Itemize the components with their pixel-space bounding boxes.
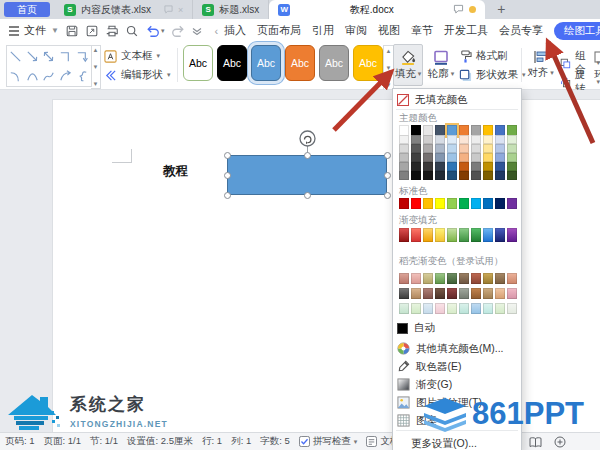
- docer-gradient-swatch[interactable]: [471, 303, 481, 314]
- edit-shape-button[interactable]: 编辑形状▾: [104, 68, 171, 82]
- docer-gradient-swatch[interactable]: [411, 288, 421, 299]
- gradient-swatch[interactable]: [411, 228, 421, 242]
- theme-variant-swatch[interactable]: [411, 171, 421, 180]
- docer-gradient-swatch[interactable]: [435, 273, 445, 284]
- theme-variant-swatch[interactable]: [435, 171, 445, 180]
- theme-variant-swatch[interactable]: [399, 171, 409, 180]
- scroll-left-icon[interactable]: ‹: [214, 25, 218, 37]
- document-tab[interactable]: S标题.xlsx: [193, 0, 269, 19]
- rotation-handle-icon[interactable]: [299, 130, 316, 147]
- theme-variant-swatch[interactable]: [447, 171, 457, 180]
- theme-variant-swatch[interactable]: [411, 135, 421, 144]
- fill-menu-item-2[interactable]: 取色器(E): [397, 359, 462, 375]
- undo-button[interactable]: ▾: [145, 22, 165, 40]
- standard-color-swatch[interactable]: [507, 198, 517, 209]
- selection-handle[interactable]: [384, 152, 391, 159]
- fill-menu-item-1[interactable]: 其他填充颜色(M)...: [397, 341, 504, 357]
- theme-variant-swatch[interactable]: [483, 135, 493, 144]
- docer-gradient-swatch[interactable]: [447, 303, 457, 314]
- drawing-tools-tab[interactable]: 绘图工具: [554, 22, 600, 40]
- theme-variant-swatch[interactable]: [459, 135, 469, 144]
- menu-item-2[interactable]: 引用: [312, 23, 334, 38]
- theme-variant-swatch[interactable]: [507, 162, 517, 171]
- docer-gradient-swatch[interactable]: [399, 303, 409, 314]
- docer-gradient-swatch[interactable]: [423, 273, 433, 284]
- theme-variant-swatch[interactable]: [471, 171, 481, 180]
- fill-button[interactable]: 填充▾: [393, 44, 423, 86]
- redo-button[interactable]: [170, 22, 186, 40]
- shape-double-arrow-line[interactable]: [41, 46, 58, 66]
- theme-variant-swatch[interactable]: [423, 171, 433, 180]
- shape-elbow-arrow-connector[interactable]: [74, 46, 91, 66]
- docer-gradient-swatch[interactable]: [399, 288, 409, 299]
- shape-style-5[interactable]: Abc: [319, 45, 349, 81]
- docer-gradient-swatch[interactable]: [423, 303, 433, 314]
- docer-gradient-swatch[interactable]: [459, 303, 469, 314]
- theme-variant-swatch[interactable]: [459, 171, 469, 180]
- theme-variant-swatch[interactable]: [435, 135, 445, 144]
- standard-color-swatch[interactable]: [423, 198, 433, 209]
- menu-item-7[interactable]: 会员专享: [499, 23, 543, 38]
- docer-gradient-swatch[interactable]: [495, 273, 505, 284]
- theme-variant-swatch[interactable]: [423, 162, 433, 171]
- shape-style-6[interactable]: Abc: [353, 45, 383, 81]
- theme-variant-swatch[interactable]: [411, 153, 421, 162]
- theme-variant-swatch[interactable]: [399, 162, 409, 171]
- gallery-down-icon[interactable]: ▼: [93, 64, 99, 70]
- theme-variant-swatch[interactable]: [447, 153, 457, 162]
- docer-gradient-swatch[interactable]: [435, 288, 445, 299]
- selection-handle[interactable]: [304, 152, 311, 159]
- theme-variant-swatch[interactable]: [399, 153, 409, 162]
- toolbar-cut-icon[interactable]: [594, 49, 600, 67]
- theme-variant-swatch[interactable]: [471, 144, 481, 153]
- docer-gradient-swatch[interactable]: [495, 303, 505, 314]
- gradient-swatch[interactable]: [507, 228, 517, 242]
- theme-variant-swatch[interactable]: [447, 162, 457, 171]
- format-painter-button[interactable]: 格式刷: [459, 49, 508, 63]
- theme-variant-swatch[interactable]: [423, 144, 433, 153]
- theme-variant-swatch[interactable]: [507, 153, 517, 162]
- docer-gradient-swatch[interactable]: [447, 273, 457, 284]
- standard-color-swatch[interactable]: [471, 198, 481, 209]
- theme-variant-swatch[interactable]: [459, 144, 469, 153]
- theme-variant-swatch[interactable]: [495, 162, 505, 171]
- docer-gradient-swatch[interactable]: [423, 288, 433, 299]
- no-fill-option[interactable]: 无填充颜色: [397, 92, 468, 108]
- standard-color-swatch[interactable]: [483, 198, 493, 209]
- more-settings-option[interactable]: 更多设置(O)...: [411, 436, 477, 450]
- selection-handle[interactable]: [384, 172, 391, 179]
- theme-variant-swatch[interactable]: [411, 162, 421, 171]
- theme-variant-swatch[interactable]: [423, 135, 433, 144]
- shape-style-4[interactable]: Abc: [285, 45, 315, 81]
- document-tab[interactable]: W教程.docx: [269, 0, 485, 19]
- shape-effects-button[interactable]: 形状效果▾: [459, 68, 526, 82]
- theme-variant-swatch[interactable]: [435, 153, 445, 162]
- shape-arrow-line[interactable]: [24, 46, 41, 66]
- docer-gradient-swatch[interactable]: [471, 288, 481, 299]
- docer-gradient-swatch[interactable]: [507, 303, 517, 314]
- document-tab[interactable]: S内容反馈表.xlsx×: [55, 0, 193, 19]
- standard-color-swatch[interactable]: [435, 198, 445, 209]
- theme-variant-swatch[interactable]: [435, 144, 445, 153]
- theme-variant-swatch[interactable]: [495, 153, 505, 162]
- docer-gradient-swatch[interactable]: [399, 273, 409, 284]
- print-preview-button[interactable]: [125, 22, 139, 40]
- comment-icon[interactable]: [453, 4, 464, 16]
- theme-variant-swatch[interactable]: [471, 135, 481, 144]
- theme-variant-swatch[interactable]: [507, 135, 517, 144]
- gallery-up-icon[interactable]: ▲: [93, 47, 99, 53]
- shape-s-curve[interactable]: [41, 66, 58, 86]
- theme-variant-swatch[interactable]: [411, 144, 421, 153]
- save-button[interactable]: [65, 22, 79, 40]
- standard-color-swatch[interactable]: [399, 198, 409, 209]
- theme-variant-swatch[interactable]: [447, 144, 457, 153]
- gradient-swatch[interactable]: [471, 228, 481, 242]
- auto-color-option[interactable]: 自动: [397, 320, 435, 336]
- new-tab-button[interactable]: +: [497, 1, 505, 18]
- shape-elbow-connector[interactable]: [57, 46, 74, 66]
- docer-gradient-swatch[interactable]: [507, 288, 517, 299]
- theme-variant-swatch[interactable]: [459, 162, 469, 171]
- docer-gradient-swatch[interactable]: [459, 288, 469, 299]
- standard-color-swatch[interactable]: [495, 198, 505, 209]
- menu-item-4[interactable]: 视图: [378, 23, 400, 38]
